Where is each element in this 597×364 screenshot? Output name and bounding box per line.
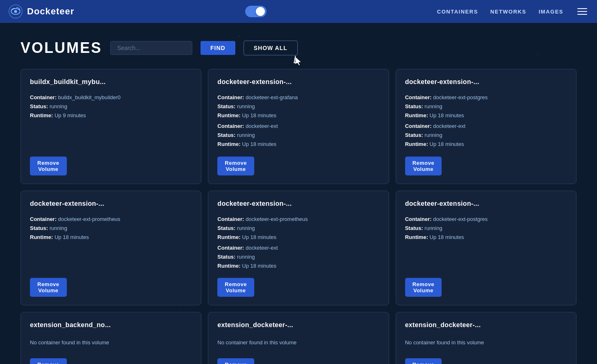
volumes-grid: buildx_buildkit_mybu... Container: build… — [21, 69, 576, 364]
volume-card: docketeer-extension-... Container: docke… — [21, 191, 201, 306]
volume-card: docketeer-extension-... Container: docke… — [396, 191, 576, 306]
container-name-line: Container: docketeer-ext-prometheus — [30, 215, 192, 224]
search-input[interactable] — [110, 41, 192, 55]
container-name-line: Container: docketeer-ext-prometheus — [217, 215, 379, 224]
nav-images[interactable]: IMAGES — [539, 9, 563, 15]
find-button[interactable]: FIND — [201, 41, 235, 55]
brand-name: Docketeer — [27, 6, 74, 17]
container-status-line: Status: running — [217, 253, 379, 262]
container-name-line: Container: docketeer-ext-postgres — [405, 93, 567, 102]
container-runtime-line: Runtime: Up 18 minutes — [30, 233, 192, 242]
volume-name: buildx_buildkit_mybu... — [30, 78, 192, 86]
container-runtime-line: Runtime: Up 18 minutes — [217, 140, 379, 149]
volume-info: Container: docketeer-ext-postgres Status… — [405, 215, 567, 271]
volume-info: Container: docketeer-ext-prometheus Stat… — [30, 215, 192, 271]
container-runtime-line: Runtime: Up 18 minutes — [217, 233, 379, 242]
volume-card: buildx_buildkit_mybu... Container: build… — [21, 69, 201, 184]
remove-volume-button[interactable]: RemoveVolume — [405, 358, 442, 364]
volume-name: extension_docketeer-... — [405, 321, 567, 329]
container-name-line: Container: docketeer-ext-grafana — [217, 93, 379, 102]
nav-networks[interactable]: NETWORKS — [490, 9, 526, 15]
container-status-line: Status: running — [217, 224, 379, 233]
page-title: VOLUMES — [21, 39, 102, 57]
container-runtime-line: Runtime: Up 18 minutes — [217, 262, 379, 271]
navbar-nav: CONTAINERS NETWORKS IMAGES — [437, 7, 589, 16]
volume-card: docketeer-extension-... Container: docke… — [396, 69, 576, 184]
volume-card: docketeer-extension-... Container: docke… — [208, 69, 389, 184]
volume-card: docketeer-extension-... Container: docke… — [208, 191, 389, 306]
container-runtime-line: Runtime: Up 18 minutes — [405, 140, 567, 149]
container-name-line: Container: docketeer-ext-postgres — [405, 215, 567, 224]
remove-volume-button[interactable]: RemoveVolume — [30, 278, 67, 297]
volume-name: docketeer-extension-... — [405, 200, 567, 207]
nav-containers[interactable]: CONTAINERS — [437, 9, 478, 15]
theme-toggle[interactable] — [245, 6, 267, 17]
volume-empty-msg: No container found in this volume — [217, 336, 379, 351]
container-name-line: Container: buildx_buildkit_mybuilder0 — [30, 93, 192, 102]
remove-volume-button[interactable]: RemoveVolume — [217, 157, 254, 175]
volume-card: extension_backend_no... No container fou… — [21, 312, 201, 364]
container-status-line: Status: running — [405, 224, 567, 233]
container-runtime-line: Runtime: Up 18 minutes — [405, 111, 567, 120]
remove-volume-button[interactable]: RemoveVolume — [405, 278, 442, 297]
container-runtime-line: Runtime: Up 9 minutes — [30, 111, 192, 120]
docketeer-logo-icon — [8, 4, 23, 19]
container-status-line: Status: running — [405, 102, 567, 111]
container-status-line: Status: running — [217, 102, 379, 111]
main-content: VOLUMES FIND SHOW ALL buildx_buildkit_my… — [0, 23, 597, 364]
volume-name: docketeer-extension-... — [405, 78, 567, 86]
page-header: VOLUMES FIND SHOW ALL — [21, 39, 576, 57]
hamburger-menu[interactable] — [576, 7, 589, 16]
container-name-line: Container: docketeer-ext — [405, 122, 567, 131]
toggle-container[interactable] — [245, 6, 267, 17]
volume-card: extension_docketeer-... No container fou… — [208, 312, 389, 364]
remove-volume-button[interactable]: RemoveVolume — [405, 157, 442, 175]
volume-name: extension_docketeer-... — [217, 321, 379, 329]
show-all-button[interactable]: SHOW ALL — [244, 41, 298, 55]
navbar: Docketeer CONTAINERS NETWORKS IMAGES — [0, 0, 597, 23]
volume-name: extension_backend_no... — [30, 321, 192, 329]
container-status-line: Status: running — [30, 224, 192, 233]
volume-info: Container: buildx_buildkit_mybuilder0 St… — [30, 93, 192, 149]
volume-info: Container: docketeer-ext-postgres Status… — [405, 93, 567, 149]
brand: Docketeer — [8, 4, 74, 19]
remove-volume-button[interactable]: RemoveVolume — [217, 278, 254, 297]
volume-empty-msg: No container found in this volume — [30, 336, 192, 351]
container-name-line: Container: docketeer-ext — [217, 243, 379, 253]
volume-info: Container: docketeer-ext-prometheus Stat… — [217, 215, 379, 271]
volume-name: docketeer-extension-... — [30, 200, 192, 207]
container-status-line: Status: running — [405, 131, 567, 140]
volume-card: extension_docketeer-... No container fou… — [396, 312, 576, 364]
remove-volume-button[interactable]: RemoveVolume — [30, 358, 67, 364]
remove-volume-button[interactable]: RemoveVolume — [30, 157, 67, 175]
container-runtime-line: Runtime: Up 18 minutes — [405, 233, 567, 242]
volume-name: docketeer-extension-... — [217, 200, 379, 207]
remove-volume-button[interactable]: RemoveVolume — [217, 358, 254, 364]
volume-info: Container: docketeer-ext-grafana Status:… — [217, 93, 379, 149]
container-status-line: Status: running — [217, 131, 379, 140]
container-status-line: Status: running — [30, 102, 192, 111]
volume-name: docketeer-extension-... — [217, 78, 379, 86]
volume-empty-msg: No container found in this volume — [405, 336, 567, 351]
container-runtime-line: Runtime: Up 18 minutes — [217, 111, 379, 120]
svg-point-2 — [14, 10, 17, 13]
container-name-line: Container: docketeer-ext — [217, 122, 379, 131]
